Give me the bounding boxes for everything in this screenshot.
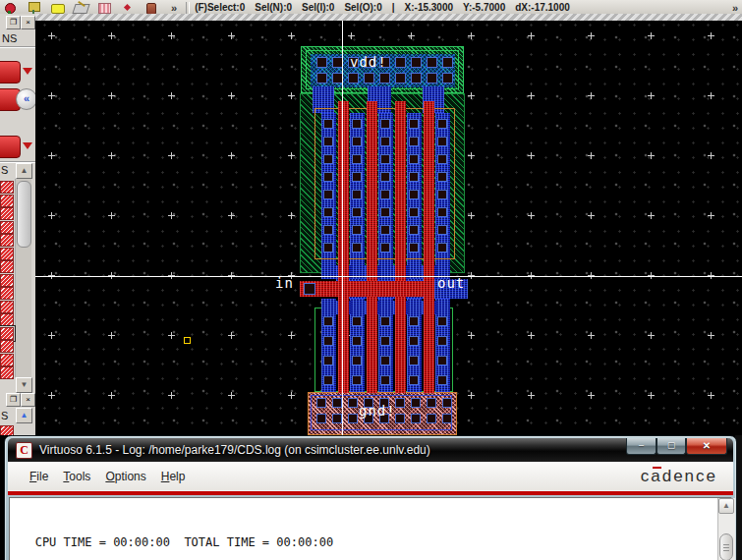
grid-cross — [648, 152, 655, 159]
grid-cross — [108, 392, 115, 399]
log-line: CPU TIME = 00:00:00 TOTAL TIME = 00:00:0… — [10, 534, 731, 550]
chevron-down-icon[interactable] — [23, 142, 32, 149]
layer-list-scrollbar[interactable] — [15, 179, 31, 377]
panel-close-icon[interactable]: × — [21, 16, 35, 29]
grid-cross — [468, 392, 475, 399]
via-contact — [409, 316, 419, 326]
toolbar-overflow-left-icon[interactable]: » — [171, 2, 177, 14]
status-sel-i: Sel(I):0 — [302, 1, 334, 14]
layer-swatch[interactable] — [0, 248, 14, 260]
menu-help[interactable]: Help — [161, 470, 186, 483]
layer-swatch[interactable] — [0, 181, 14, 194]
scrollbar-thumb[interactable] — [17, 181, 31, 248]
via-contact — [395, 414, 405, 423]
grid-cross — [708, 212, 714, 219]
virtuoso-app-icon: C — [16, 442, 32, 459]
grid-cross — [288, 392, 295, 399]
grid-cross — [528, 32, 535, 39]
via-contact — [411, 57, 422, 68]
grid-cross — [48, 332, 55, 339]
eraser-icon[interactable] — [143, 2, 160, 14]
panel-close-icon[interactable]: × — [21, 393, 35, 407]
log-window-titlebar[interactable]: C Virtuoso 6.1.5 - Log: /home/parke179/C… — [8, 438, 733, 462]
menu-options[interactable]: Options — [105, 470, 145, 483]
via-contact — [395, 57, 406, 68]
grid-cross — [528, 152, 535, 159]
layer-swatch[interactable] — [0, 366, 14, 379]
grid-cross — [408, 32, 415, 39]
poly-gate-stripe — [395, 101, 406, 393]
layer-swatch[interactable] — [0, 221, 14, 234]
grid-cross — [228, 32, 235, 39]
log-menubar: File Tools Options Help cadence — [8, 462, 733, 490]
grid-cross — [48, 212, 55, 219]
scroll-up-icon[interactable]: ▲ — [16, 408, 32, 423]
scroll-up-icon[interactable]: ▲ — [16, 163, 32, 179]
layer-swatch[interactable] — [0, 195, 14, 207]
ruler-pencil-icon[interactable] — [73, 2, 89, 14]
poly-gate-stripe — [424, 101, 434, 393]
gnd-label: gnd! — [359, 403, 396, 419]
minimize-button[interactable]: – — [626, 438, 656, 455]
layer-swatch[interactable] — [0, 327, 14, 340]
label-bell-icon[interactable] — [49, 2, 66, 14]
via-contact — [379, 73, 390, 84]
red-flower-icon[interactable] — [2, 2, 19, 14]
grid-cross — [588, 212, 595, 219]
via-contact — [323, 375, 333, 385]
scroll-up-icon[interactable]: ▲ — [718, 498, 734, 514]
via-contact — [437, 375, 447, 385]
via-contact — [437, 316, 447, 326]
layer-swatch[interactable] — [0, 340, 14, 353]
layer-color-swatch[interactable] — [0, 136, 21, 158]
close-button[interactable]: ✕ — [686, 438, 727, 455]
via-contact — [332, 398, 342, 408]
menu-tools[interactable]: Tools — [63, 470, 90, 483]
via-contact — [332, 414, 342, 423]
layer-swatch[interactable] — [0, 354, 14, 366]
layer-swatch[interactable] — [0, 274, 14, 287]
layer-color-swatch[interactable] — [0, 61, 21, 84]
layer-swatch[interactable] — [0, 260, 14, 273]
poly-contact — [304, 283, 315, 295]
nmos-sd-column — [350, 311, 365, 392]
yellow-pin-icon[interactable] — [26, 2, 42, 14]
grid-cross — [648, 32, 655, 39]
panel-restore-icon[interactable]: ❐ — [6, 393, 21, 407]
layer-swatch[interactable] — [0, 425, 14, 435]
menu-file[interactable]: File — [29, 470, 48, 483]
log-output-area[interactable]: CPU TIME = 00:00:00 TOTAL TIME = 00:00:0… — [9, 497, 732, 560]
rewind-icon[interactable]: « — [16, 88, 36, 110]
grid-cross — [468, 332, 475, 339]
red-dot-icon[interactable] — [120, 2, 137, 14]
layer-swatch[interactable] — [0, 207, 14, 220]
maximize-button[interactable]: ▢ — [656, 438, 686, 455]
panel-restore-icon[interactable]: ❐ — [6, 16, 21, 29]
toolbar-overflow-right-icon[interactable]: » — [732, 2, 738, 14]
toolbar-strip: » (F)Select:0 Sel(N):0 Sel(I):0 Sel(O):0… — [0, 0, 742, 15]
grid-cross — [228, 332, 235, 339]
grid-cross — [468, 152, 475, 159]
input-poly-bar[interactable] — [300, 281, 430, 297]
scroll-down-icon[interactable]: ▼ — [16, 377, 32, 393]
cadence-logo: cadence — [641, 467, 717, 486]
in-label: in — [275, 275, 294, 291]
via-contact — [411, 414, 421, 423]
layout-canvas[interactable]: vdd! in out gnd! — [35, 14, 742, 435]
status-dx-coord: dX:-17.1000 — [515, 1, 570, 14]
grid-cross — [288, 332, 295, 339]
via-contact — [395, 398, 405, 408]
via-contact — [364, 73, 374, 84]
scrollbar-thumb[interactable] — [719, 533, 733, 560]
chevron-down-icon[interactable] — [23, 68, 32, 75]
log-scrollbar[interactable]: ▲ — [717, 498, 735, 560]
status-select: (F)Select:0 — [195, 1, 245, 14]
grid-cross — [528, 92, 535, 99]
layer-swatch[interactable] — [0, 287, 14, 300]
layer-swatch[interactable] — [0, 301, 14, 313]
pink-grid-icon[interactable] — [96, 2, 113, 14]
nmos-sd-column — [407, 311, 422, 392]
layer-swatch[interactable] — [0, 313, 14, 326]
layer-swatch[interactable] — [0, 234, 14, 247]
via-contact — [323, 356, 333, 365]
